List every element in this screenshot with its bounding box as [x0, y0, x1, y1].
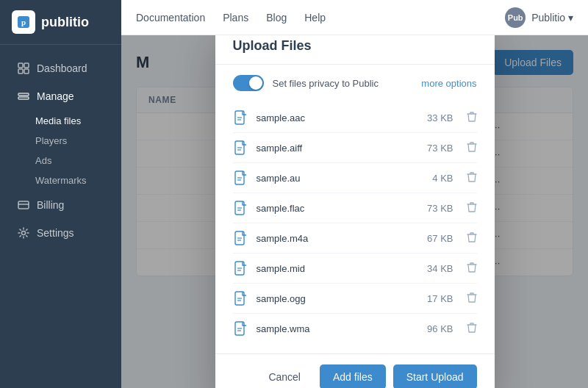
- sidebar-item-settings-label: Settings: [37, 227, 74, 239]
- file-size: 96 KB: [417, 323, 453, 334]
- file-size: 34 KB: [417, 263, 453, 274]
- main-area: Documentation Plans Blog Help Pub Publit…: [121, 0, 588, 388]
- topnav-username[interactable]: Publitio ▾: [531, 12, 573, 24]
- svg-text:p: p: [21, 18, 26, 26]
- file-audio-icon: [233, 140, 249, 156]
- sidebar-item-billing[interactable]: Billing: [6, 192, 115, 218]
- start-upload-button[interactable]: Start Upload: [393, 364, 477, 388]
- file-name: sample.aiff: [257, 143, 409, 154]
- file-audio-icon: [233, 230, 249, 246]
- file-list: sample.aac 33 KB sample.aiff 73 KB: [233, 103, 477, 343]
- grid-icon: [18, 62, 29, 74]
- file-audio-icon: [233, 260, 249, 276]
- topnav-link-docs[interactable]: Documentation: [136, 12, 205, 24]
- svg-rect-6: [18, 93, 29, 96]
- sidebar-nav: Dashboard Manage Media files Players Ads…: [0, 45, 121, 388]
- modal-overlay: Upload Files Set files privacy to Public…: [121, 35, 588, 388]
- svg-rect-3: [24, 63, 29, 68]
- file-name: sample.ogg: [257, 293, 409, 304]
- credit-card-icon: [18, 199, 29, 211]
- sidebar-sub-ads[interactable]: Ads: [29, 151, 121, 170]
- file-name: sample.au: [257, 173, 409, 184]
- file-item: sample.au 4 KB: [233, 163, 477, 193]
- modal-title: Upload Files: [233, 38, 477, 54]
- file-size: 67 KB: [417, 233, 453, 244]
- svg-rect-2: [18, 63, 23, 68]
- topnav-link-help[interactable]: Help: [304, 12, 326, 24]
- file-delete-button[interactable]: [467, 201, 477, 215]
- file-item: sample.mid 34 KB: [233, 254, 477, 284]
- sidebar-item-manage-label: Manage: [37, 90, 74, 102]
- add-files-button[interactable]: Add files: [320, 364, 386, 388]
- privacy-row: Set files privacy to Public more options: [233, 75, 477, 91]
- file-size: 4 KB: [417, 173, 453, 184]
- topnav-link-plans[interactable]: Plans: [223, 12, 248, 24]
- file-delete-button[interactable]: [467, 292, 477, 306]
- sidebar-sub-players[interactable]: Players: [29, 131, 121, 151]
- sidebar-sub-manage: Media files Players Ads Watermarks: [0, 111, 121, 190]
- sidebar-item-settings[interactable]: Settings: [6, 220, 115, 246]
- file-delete-button[interactable]: [467, 322, 477, 336]
- sidebar: p publitio Dashboard Manage Media file: [0, 0, 121, 388]
- sidebar-item-dashboard-label: Dashboard: [37, 62, 87, 74]
- cancel-button[interactable]: Cancel: [257, 364, 312, 388]
- topnav-right: Pub Publitio ▾: [505, 7, 573, 28]
- svg-rect-8: [18, 201, 29, 209]
- file-audio-icon: [233, 290, 249, 306]
- privacy-label: Set files privacy to Public: [273, 78, 379, 89]
- gear-icon: [18, 227, 29, 239]
- file-delete-button[interactable]: [467, 141, 477, 155]
- more-options-link[interactable]: more options: [421, 78, 476, 89]
- file-item: sample.m4a 67 KB: [233, 223, 477, 254]
- file-size: 73 KB: [417, 143, 453, 154]
- svg-rect-7: [18, 97, 29, 99]
- modal-header: Upload Files: [215, 35, 495, 65]
- file-delete-button[interactable]: [467, 111, 477, 125]
- sidebar-sub-watermarks[interactable]: Watermarks: [29, 170, 121, 190]
- logo-icon: p: [12, 10, 35, 34]
- svg-rect-5: [24, 69, 29, 73]
- file-audio-icon: [233, 320, 249, 337]
- file-audio-icon: [233, 200, 249, 216]
- file-item: sample.wma 96 KB: [233, 314, 477, 343]
- topnav: Documentation Plans Blog Help Pub Publit…: [121, 0, 588, 35]
- modal-body: Set files privacy to Public more options…: [215, 65, 495, 353]
- topnav-link-blog[interactable]: Blog: [266, 12, 287, 24]
- file-audio-icon: [233, 109, 249, 126]
- sidebar-item-dashboard[interactable]: Dashboard: [6, 55, 115, 82]
- file-item: sample.flac 73 KB: [233, 193, 477, 223]
- file-size: 33 KB: [417, 112, 453, 123]
- sidebar-logo: p publitio: [0, 0, 121, 45]
- file-size: 73 KB: [417, 203, 453, 214]
- avatar: Pub: [505, 7, 526, 28]
- file-name: sample.m4a: [257, 233, 409, 244]
- file-item: sample.ogg 17 KB: [233, 284, 477, 314]
- file-delete-button[interactable]: [467, 171, 477, 185]
- file-name: sample.wma: [257, 323, 409, 334]
- toggle-knob: [249, 76, 262, 90]
- upload-files-modal: Upload Files Set files privacy to Public…: [215, 35, 495, 388]
- file-name: sample.aac: [257, 112, 409, 123]
- file-name: sample.flac: [257, 203, 409, 214]
- file-item: sample.aac 33 KB: [233, 103, 477, 133]
- file-delete-button[interactable]: [467, 262, 477, 276]
- sidebar-sub-media-files[interactable]: Media files: [29, 111, 121, 131]
- svg-rect-4: [18, 69, 23, 73]
- modal-footer: Cancel Add files Start Upload: [215, 353, 495, 388]
- layers-icon: [18, 90, 29, 102]
- file-item: sample.aiff 73 KB: [233, 133, 477, 163]
- app-logo-text: publitio: [41, 15, 89, 30]
- file-size: 17 KB: [417, 293, 453, 304]
- sidebar-item-billing-label: Billing: [37, 199, 64, 211]
- privacy-toggle[interactable]: [233, 75, 264, 91]
- topnav-links: Documentation Plans Blog Help: [136, 12, 326, 24]
- file-audio-icon: [233, 170, 249, 186]
- file-delete-button[interactable]: [467, 231, 477, 245]
- file-name: sample.mid: [257, 263, 409, 274]
- svg-point-10: [22, 231, 26, 235]
- sidebar-item-manage[interactable]: Manage: [6, 83, 115, 109]
- content-area: M New Folder Upload Files Name ATED AT a…: [121, 35, 588, 388]
